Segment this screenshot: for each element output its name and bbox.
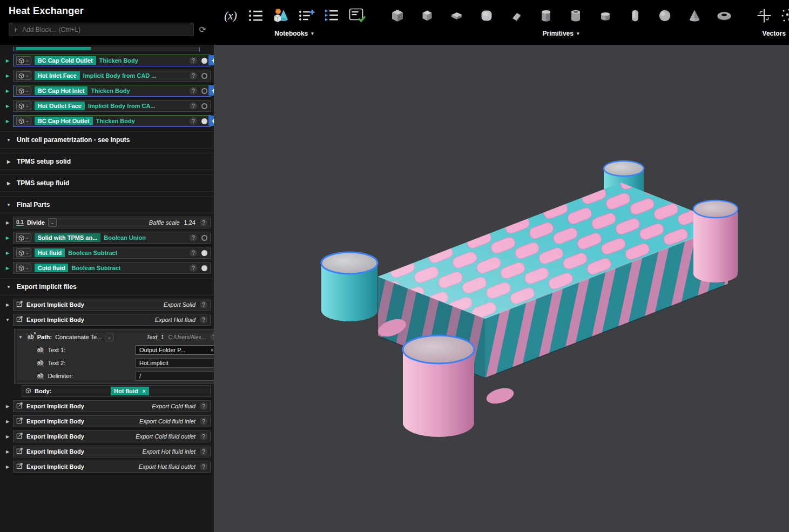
section-caret[interactable]: ▼ xyxy=(5,203,12,207)
expand-caret[interactable]: ▶ xyxy=(2,404,13,409)
implicit-body-icon[interactable]: ⌄ xyxy=(16,248,31,257)
section-tpms-solid[interactable]: ▶ TPMS setup solid xyxy=(0,153,214,170)
expand-caret[interactable]: ▶ xyxy=(2,251,13,255)
block-row[interactable]: ⌄ Hot Outlet Face Implicit Body from CA.… xyxy=(13,100,211,112)
torus-icon[interactable] xyxy=(713,4,736,28)
export-row[interactable]: Export Implicit Body Export Cold fluid ? xyxy=(13,400,211,412)
slab-box-icon[interactable] xyxy=(446,4,468,28)
pink-port-front[interactable] xyxy=(403,335,474,437)
expand-caret[interactable]: ▶ xyxy=(2,302,13,307)
implicit-body-icon[interactable]: ⌄ xyxy=(16,264,31,272)
visibility-toggle[interactable] xyxy=(201,73,207,79)
expand-caret[interactable]: ▶ xyxy=(2,119,13,124)
body-input-box[interactable]: Body: Hot fluid × xyxy=(22,385,211,397)
expand-caret[interactable]: ▶ xyxy=(2,58,13,63)
expand-caret[interactable]: ▶ xyxy=(2,449,13,454)
implicit-body-icon[interactable]: ⌄ xyxy=(16,117,31,125)
add-output-button[interactable]: + xyxy=(208,55,214,65)
help-icon[interactable]: ? xyxy=(190,72,197,79)
section-caret[interactable]: ▶ xyxy=(5,181,12,186)
expand-caret[interactable]: ▶ xyxy=(2,89,13,93)
export-row[interactable]: Export Implicit Body Export Solid ? xyxy=(13,299,211,311)
block-row[interactable]: ⌄ Hot fluid Boolean Subtract ? xyxy=(13,247,211,259)
visibility-toggle[interactable] xyxy=(201,103,207,109)
export-row[interactable]: Export Implicit Body Export Hot fluid ? xyxy=(13,314,211,326)
section-caret[interactable]: ▼ xyxy=(5,285,12,289)
add-block-field[interactable] xyxy=(22,26,188,33)
expand-caret[interactable]: ▶ xyxy=(2,220,13,225)
axes-icon[interactable] xyxy=(753,4,775,28)
export-row[interactable]: Export Implicit Body Export Cold fluid o… xyxy=(13,430,211,442)
add-output-button[interactable]: + xyxy=(208,116,214,126)
help-icon[interactable]: ? xyxy=(190,264,197,272)
implicit-body-icon[interactable]: ⌄ xyxy=(16,86,31,95)
pink-port-right[interactable] xyxy=(693,200,738,282)
path-input-row[interactable]: ▼ ab Path: Concatenate Te... ⌄ Text_1 C:… xyxy=(17,331,214,344)
export-row[interactable]: Export Implicit Body Export Hot fluid ou… xyxy=(13,461,211,473)
implicit-body-icon[interactable]: ⌄ xyxy=(16,102,31,110)
block-row-divide[interactable]: 0.1 Divide ⌄ Baffle scale 1,24 ? xyxy=(13,217,211,228)
block-row[interactable]: ⌄ BC Cap Hot Outlet Thicken Body ? xyxy=(13,115,211,127)
help-icon[interactable]: ? xyxy=(190,57,197,64)
block-list-icon[interactable] xyxy=(245,4,267,28)
block-row[interactable]: ⌄ Solid with TPMS an... Boolean Union ? xyxy=(13,232,211,244)
help-icon[interactable]: ? xyxy=(190,117,197,125)
help-icon[interactable]: ? xyxy=(200,301,207,308)
tube-icon[interactable] xyxy=(564,4,587,28)
dropdown-toggle[interactable]: ⌄ xyxy=(48,218,57,227)
plane-icon[interactable] xyxy=(505,4,528,28)
variables-icon[interactable]: (x) xyxy=(219,4,242,28)
visibility-toggle[interactable] xyxy=(201,58,207,64)
section-unit-cell[interactable]: ▼ Unit cell parametrization - see Inputs xyxy=(0,131,214,149)
visibility-toggle[interactable] xyxy=(201,118,207,124)
help-icon[interactable]: ? xyxy=(190,87,197,95)
expand-caret[interactable]: ▶ xyxy=(2,73,13,78)
help-icon[interactable]: ? xyxy=(200,417,207,425)
notebooks-menu[interactable]: Notebooks▾ xyxy=(219,30,369,37)
visibility-toggle[interactable] xyxy=(201,250,207,256)
section-caret[interactable]: ▶ xyxy=(5,159,12,164)
delimiter-field[interactable]: / xyxy=(136,371,214,381)
text1-field[interactable]: Output Folder P... × xyxy=(136,345,214,355)
export-row[interactable]: Export Implicit Body Export Cold fluid i… xyxy=(13,415,211,427)
short-cylinder-icon[interactable] xyxy=(594,4,617,28)
notebook-scene-icon[interactable] xyxy=(270,4,293,28)
point-cloud-icon[interactable] xyxy=(778,4,789,28)
expand-caret[interactable]: ▶ xyxy=(2,104,13,109)
section-tpms-fluid[interactable]: ▶ TPMS setup fluid xyxy=(0,174,214,192)
add-block-input[interactable]: + xyxy=(9,23,194,36)
cylinder-icon[interactable] xyxy=(535,4,557,28)
sphere-icon[interactable] xyxy=(653,4,676,28)
block-row[interactable]: ⌄ Cold fluid Boolean Subtract ? xyxy=(13,262,211,274)
remove-chip-icon[interactable]: × xyxy=(143,388,146,394)
help-icon[interactable]: ? xyxy=(210,333,214,341)
export-row[interactable]: Export Implicit Body Export Hot fluid in… xyxy=(13,446,211,457)
primitives-menu[interactable]: Primitives▾ xyxy=(382,30,740,37)
visibility-toggle[interactable] xyxy=(201,265,207,271)
implicit-body-icon[interactable]: ⌄ xyxy=(16,71,31,80)
expand-caret[interactable]: ▼ xyxy=(17,335,24,340)
text2-field[interactable]: Hot.implicit xyxy=(136,358,214,368)
help-icon[interactable]: ? xyxy=(200,433,207,440)
expand-caret[interactable]: ▶ xyxy=(2,464,13,469)
reorder-list-icon[interactable] xyxy=(321,4,343,28)
block-row[interactable]: ⌄ BC Cap Hot Inlet Thicken Body ? xyxy=(13,85,211,97)
help-icon[interactable]: ? xyxy=(190,234,197,241)
block-row[interactable]: ⌄ BC Cap Cold Outlet Thicken Body ? xyxy=(13,55,211,66)
body-reference-chip[interactable]: Hot fluid × xyxy=(111,387,149,395)
help-icon[interactable]: ? xyxy=(200,219,207,226)
expand-caret[interactable]: ▶ xyxy=(2,434,13,439)
block-row[interactable]: ⌄ Hot Inlet Face Implicit Body from CAD … xyxy=(13,70,211,82)
viewport-3d[interactable] xyxy=(214,45,789,532)
rounded-box-icon[interactable] xyxy=(475,4,498,28)
capsule-icon[interactable] xyxy=(624,4,646,28)
box-icon[interactable] xyxy=(386,4,409,28)
dropdown-toggle[interactable]: ⌄ xyxy=(105,333,113,341)
implicit-body-icon[interactable]: ⌄ xyxy=(16,233,31,242)
expand-caret[interactable]: ▼ xyxy=(2,318,13,322)
cone-icon[interactable] xyxy=(683,4,706,28)
help-icon[interactable]: ? xyxy=(200,463,207,470)
teal-port-left[interactable] xyxy=(321,252,377,321)
remove-chip-icon[interactable]: × xyxy=(211,347,214,353)
expand-caret[interactable]: ▶ xyxy=(2,419,13,424)
